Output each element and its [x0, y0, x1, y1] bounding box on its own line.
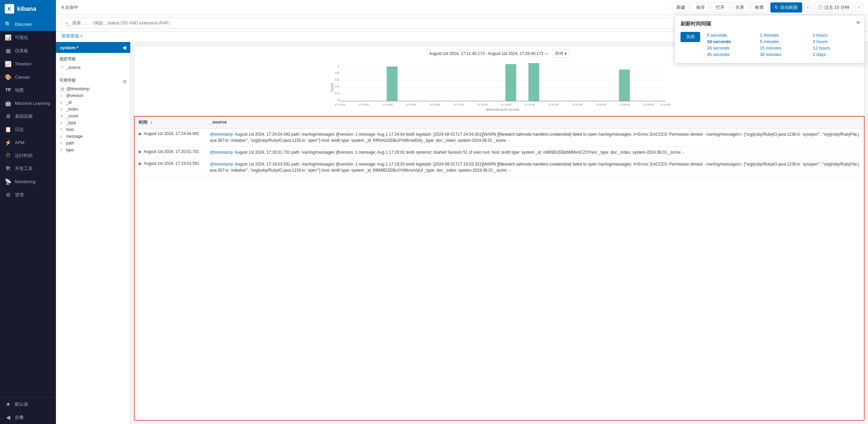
sidebar-item-label: Canvas — [15, 75, 30, 80]
result-source-2: @timestamp: August 1st 2024, 17:20:01.70… — [206, 149, 860, 155]
sidebar-item-label: 地图 — [15, 87, 24, 93]
sidebar-bottom: ★ 默认值 ◀ 折叠 — [0, 397, 56, 424]
nav-left-button[interactable]: ‹ — [804, 3, 812, 12]
refresh-15m[interactable]: 15 minutes — [760, 45, 806, 51]
field-timestamp[interactable]: @ @timestamp — [59, 85, 127, 92]
clock-icon: 🕐 — [817, 5, 823, 10]
devtools-icon: 🛠 — [5, 166, 12, 172]
topbar-actions: 新建 保存 打开 共享 检查 ↻ 自动刷新 ‹ 🕐 过去 15 分钟 › — [672, 2, 863, 13]
add-filter-button[interactable]: 添加筛选 + — [61, 33, 83, 39]
svg-text:1: 1 — [337, 64, 339, 68]
field-message[interactable]: t message — [59, 133, 127, 140]
field-score[interactable]: # _score — [59, 113, 127, 119]
monitoring-icon: 📡 — [5, 178, 12, 185]
table-row: ▶ August 1st 2024, 17:19:03.591 @timesta… — [135, 158, 864, 176]
auto-refresh-button[interactable]: ↻ 自动刷新 — [770, 2, 802, 13]
popup-close-x[interactable]: ✕ — [856, 19, 860, 26]
sidebar-item-maps[interactable]: 🗺 地图 — [0, 84, 56, 97]
field-host[interactable]: t host — [59, 126, 127, 133]
refresh-30m[interactable]: 30 minutes — [760, 51, 806, 58]
ml-icon: 🤖 — [5, 100, 12, 107]
col-time-header: 时间 ↕ — [139, 119, 206, 126]
available-fields-header: 可用字段 ⚙ — [59, 78, 127, 85]
svg-text:17:26:00: 17:26:00 — [660, 103, 671, 106]
share-button[interactable]: 共享 — [731, 2, 749, 13]
sidebar-item-apm[interactable]: ⚡ APM — [0, 136, 56, 149]
sort-icon[interactable]: ↕ — [150, 120, 153, 125]
field-path[interactable]: t path — [59, 140, 127, 147]
timelion-icon: 📈 — [5, 61, 12, 67]
expand-row-button[interactable]: ▶ — [139, 131, 142, 136]
topbar-left: 4 次命中 — [61, 4, 78, 11]
nav-right-button[interactable]: › — [855, 3, 863, 12]
sidebar-item-label: 默认值 — [15, 401, 28, 407]
refresh-10s[interactable]: 10 seconds — [707, 38, 753, 45]
dashboard-icon: ▦ — [5, 47, 12, 54]
sidebar-item-devtools[interactable]: 🛠 开发工具 — [0, 162, 56, 175]
refresh-5m[interactable]: 5 minutes — [760, 38, 806, 45]
svg-text:17:14:00: 17:14:00 — [382, 103, 393, 106]
popup-title: 刷新时间间隔 — [680, 21, 859, 27]
sidebar-item-uptime[interactable]: ⏱ 运行时间 — [0, 149, 56, 162]
sidebar-item-dashboard[interactable]: ▦ 仪表板 — [0, 44, 56, 57]
field-type-2[interactable]: t type — [59, 147, 127, 153]
sidebar-item-label: Discover — [15, 22, 32, 27]
refresh-45s[interactable]: 45 seconds — [707, 51, 753, 58]
sidebar-item-discover[interactable]: 🔍 Discover — [0, 18, 56, 31]
index-collapse-button[interactable]: ◀ — [122, 45, 126, 50]
svg-text:0.6: 0.6 — [335, 78, 339, 81]
chart-auto-select[interactable]: 自动 ▾ — [552, 49, 570, 58]
app-name: kibana — [17, 5, 36, 13]
svg-text:17:21:00: 17:21:00 — [548, 103, 559, 106]
sidebar-item-visualize[interactable]: 📊 可视化 — [0, 31, 56, 44]
table-row: ▶ August 1st 2024, 17:24:04.092 @timesta… — [135, 129, 864, 147]
refresh-12h[interactable]: 12 hours — [813, 45, 859, 51]
col-source-header: _source — [206, 119, 860, 126]
refresh-2h[interactable]: 2 hours — [813, 38, 859, 45]
sidebar-item-defaults[interactable]: ★ 默认值 — [0, 398, 56, 411]
sidebar-item-management[interactable]: ⚙ 管理 — [0, 188, 56, 201]
svg-text:17:13:00: 17:13:00 — [358, 103, 369, 106]
save-button[interactable]: 保存 — [692, 2, 709, 13]
new-button[interactable]: 新建 — [672, 2, 690, 13]
refresh-5s[interactable]: 5 seconds — [707, 32, 753, 38]
field-id[interactable]: t _id — [59, 99, 127, 106]
refresh-30s[interactable]: 30 seconds — [707, 45, 753, 51]
field-type[interactable]: t _type — [59, 119, 127, 126]
results-header: 时间 ↕ _source — [135, 117, 864, 129]
app-logo[interactable]: K kibana — [0, 0, 56, 18]
refresh-icon: ↻ — [775, 5, 778, 10]
content-area: system-* ◀ 选定字段 ? _source 可用字段 ⚙ @ @time… — [56, 42, 868, 424]
expand-row-button[interactable]: ▶ — [139, 161, 142, 166]
sidebar-item-logs[interactable]: 📋 日志 — [0, 123, 56, 136]
sidebar-item-monitoring[interactable]: 📡 Monitoring — [0, 175, 56, 188]
sidebar-item-canvas[interactable]: 🎨 Canvas — [0, 71, 56, 84]
inspect-button[interactable]: 检查 — [751, 2, 768, 13]
time-range-picker[interactable]: 🕐 过去 15 分钟 — [814, 2, 853, 13]
kibana-icon: K — [5, 4, 14, 14]
sidebar-item-label: 仪表板 — [15, 48, 28, 54]
available-fields-section: 可用字段 ⚙ @ @timestamp t @version t _id t — [56, 74, 130, 157]
selected-fields-title: 选定字段 — [59, 56, 127, 62]
sidebar-item-infra[interactable]: 🖥 基础设施 — [0, 110, 56, 123]
topbar-wrapper: 4 次命中 新建 保存 打开 共享 检查 ↻ 自动刷新 ‹ 🕐 过去 15 分钟… — [56, 0, 868, 15]
main-content: 4 次命中 新建 保存 打开 共享 检查 ↻ 自动刷新 ‹ 🕐 过去 15 分钟… — [56, 0, 868, 424]
refresh-col-1: 5 seconds 10 seconds 30 seconds 45 secon… — [707, 32, 753, 58]
fields-gear-icon[interactable]: ⚙ — [123, 79, 127, 84]
svg-text:17:23:00: 17:23:00 — [596, 103, 607, 106]
sidebar-item-collapse[interactable]: ◀ 折叠 — [0, 411, 56, 424]
sidebar-item-timelion[interactable]: 📈 Timelion — [0, 57, 56, 71]
refresh-1h[interactable]: 1 hours — [813, 32, 859, 38]
field-source[interactable]: ? _source — [59, 64, 127, 71]
refresh-1d[interactable]: 1 days — [813, 51, 859, 58]
open-button[interactable]: 打开 — [711, 2, 729, 13]
result-timestamp-1: August 1st 2024, 17:24:04.092 — [144, 131, 206, 136]
refresh-1m[interactable]: 1 minutes — [760, 32, 806, 38]
table-row: ▶ August 1st 2024, 17:20:01.701 @timesta… — [135, 147, 864, 158]
sidebar-item-ml[interactable]: 🤖 Machine Learning — [0, 97, 56, 110]
field-version[interactable]: t @version — [59, 92, 127, 99]
close-refresh-button[interactable]: 关闭 — [680, 32, 700, 42]
field-index[interactable]: t _index — [59, 106, 127, 113]
expand-row-button[interactable]: ▶ — [139, 149, 142, 154]
svg-rect-14 — [506, 64, 516, 101]
